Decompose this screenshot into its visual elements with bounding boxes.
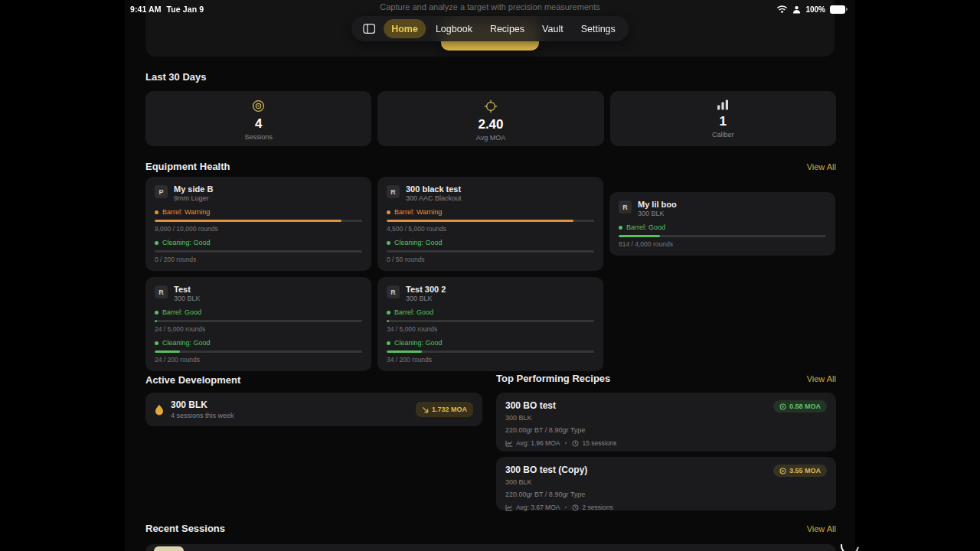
moa-badge-value: 0.58 MOA — [789, 403, 821, 410]
equipment-type-badge: R — [155, 285, 168, 298]
gauge-label-row: Cleaning: Good — [155, 239, 362, 246]
section-equipment-health: Equipment Health View All — [145, 161, 836, 172]
gauge-label: Barrel: Good — [626, 223, 665, 231]
stat-value-caliber: 1 — [720, 114, 727, 129]
equipment-name: Test — [174, 285, 201, 294]
battery-icon — [830, 5, 848, 14]
equipment-title-block: My side B 9mm Luger — [174, 184, 213, 202]
recent-session-card[interactable] — [145, 544, 836, 551]
equipment-card-test[interactable]: R Test 300 BLK Barrel: Good 24 / 5,000 r… — [145, 277, 371, 371]
status-date: Tue Jan 9 — [167, 5, 204, 14]
trend-down-icon — [422, 406, 429, 413]
equipment-card-my-lil-boo[interactable]: R My lil boo 300 BLK Barrel: Good 814 / … — [609, 192, 835, 256]
tab-settings[interactable]: Settings — [573, 19, 623, 38]
app-content: Capture and analyze a target with precis… — [125, 0, 855, 551]
recipe-sessions: 2 sessions — [582, 504, 612, 511]
status-dot — [387, 241, 390, 245]
recipe-caliber: 300 BLK — [505, 478, 827, 486]
equipment-card-my-side-b[interactable]: P My side B 9mm Luger Barrel: Warning 9,… — [145, 177, 371, 271]
recent-view-all-link[interactable]: View All — [807, 524, 836, 533]
gauge-cleaning: Cleaning: Good 0 / 50 rounds — [387, 239, 594, 263]
gauge-rounds: 24 / 200 rounds — [155, 356, 362, 364]
gauge-fill — [155, 320, 157, 322]
gauge-fill — [619, 235, 660, 237]
recipe-card-300-bo-test-copy[interactable]: 300 BO test (Copy) 3.55 MOA 300 BLK 220.… — [496, 457, 836, 510]
stat-card-sessions: 4 Sessions — [145, 91, 371, 146]
gauge-barrel: Barrel: Good 24 / 5,000 rounds — [155, 308, 362, 333]
tab-logbook[interactable]: Logbook — [428, 19, 480, 38]
avg-chart-icon — [505, 504, 513, 511]
active-recipe-name: 300 BLK — [171, 399, 234, 410]
tab-logbook-label: Logbook — [436, 24, 472, 34]
status-dot — [155, 311, 158, 315]
gauge-track — [155, 350, 362, 353]
equipment-type-badge: R — [387, 285, 400, 298]
gauge-label-row: Cleaning: Good — [387, 339, 594, 347]
tab-home-label: Home — [391, 24, 418, 34]
active-development-card[interactable]: 300 BLK 4 sessions this week 1.732 MOA — [145, 393, 482, 426]
crosshair-icon — [484, 99, 498, 113]
gauge-label-row: Barrel: Good — [155, 308, 362, 316]
gauge-label-row: Barrel: Good — [619, 223, 826, 231]
equipment-card-300-black-test[interactable]: R 300 black test 300 AAC Blackout Barrel… — [377, 177, 603, 271]
section-top-recipes: Top Performing Recipes View All — [496, 373, 836, 384]
equipment-name: 300 black test — [406, 184, 462, 194]
gauge-fill — [387, 350, 422, 353]
recipe-avg: Avg: 1.96 MOA — [516, 439, 560, 447]
recipe-name: 300 BO test — [505, 400, 556, 411]
person-icon — [792, 5, 801, 14]
battery-percent: 100% — [805, 5, 825, 14]
gauge-label-row: Barrel: Warning — [387, 208, 594, 216]
gauge-fill — [155, 350, 180, 353]
flame-icon — [155, 404, 164, 416]
status-time-date: 9:41 AM Tue Jan 9 — [130, 5, 204, 14]
stat-card-caliber: 1 Caliber — [610, 91, 836, 146]
gauge-cleaning: Cleaning: Good 34 / 200 rounds — [387, 339, 594, 364]
tab-recipes-label: Recipes — [490, 24, 524, 34]
equipment-card-header: R Test 300 2 300 BLK — [387, 285, 594, 302]
gauge-label-row: Barrel: Good — [387, 308, 594, 316]
stat-label-caliber: Caliber — [712, 131, 734, 139]
recent-sessions-title: Recent Sessions — [145, 523, 225, 534]
letterbox-left — [0, 0, 125, 551]
active-development-title: Active Development — [145, 374, 240, 386]
gauge-fill — [155, 220, 341, 222]
equipment-name: My lil boo — [638, 200, 677, 209]
gauge-label: Barrel: Warning — [394, 208, 442, 216]
equipment-view-all-link[interactable]: View All — [807, 162, 836, 171]
equipment-card-test-300-2[interactable]: R Test 300 2 300 BLK Barrel: Good 34 / 5… — [377, 277, 603, 371]
stat-card-avg-moa: 2.40 Avg MOA — [377, 91, 603, 146]
status-time: 9:41 AM — [130, 5, 162, 14]
gauge-barrel: Barrel: Warning 9,000 / 10,000 rounds — [155, 208, 362, 233]
recipe-card-300-bo-test[interactable]: 300 BO test 0.58 MOA 300 BLK 220.00gr BT… — [496, 393, 836, 452]
status-dot — [387, 341, 390, 345]
tab-vault[interactable]: Vault — [534, 19, 571, 38]
sessions-clock-icon — [572, 440, 579, 447]
gauge-track — [619, 235, 826, 237]
gauge-track — [155, 220, 362, 222]
equipment-type-badge: R — [387, 185, 400, 198]
stat-value-sessions: 4 — [255, 116, 262, 132]
gauge-label: Cleaning: Good — [162, 239, 211, 246]
gauge-track — [387, 250, 594, 253]
equipment-card-header: R My lil boo 300 BLK — [619, 200, 826, 217]
equipment-type-badge: P — [155, 185, 168, 198]
equipment-name: Test 300 2 — [406, 285, 446, 294]
gauge-rounds: 0 / 50 rounds — [387, 256, 594, 263]
equipment-card-header: R Test 300 BLK — [155, 285, 362, 302]
recipe-meta-row: Avg: 3.67 MOA 2 sessions — [505, 504, 827, 511]
meta-separator — [565, 507, 567, 508]
screen: Capture and analyze a target with precis… — [0, 0, 980, 551]
sidebar-toggle-button[interactable] — [357, 19, 381, 39]
tab-home[interactable]: Home — [384, 19, 426, 38]
gauge-rounds: 814 / 4,000 rounds — [619, 240, 826, 248]
meta-separator — [565, 442, 567, 444]
gauge-cleaning: Cleaning: Good 24 / 200 rounds — [155, 339, 362, 364]
gauge-rounds: 9,000 / 10,000 rounds — [155, 225, 362, 233]
status-dot — [155, 241, 158, 245]
tab-recipes[interactable]: Recipes — [482, 19, 532, 38]
recipes-view-all-link[interactable]: View All — [807, 374, 836, 383]
stats-row: 4 Sessions 2.40 Avg MOA 1 Caliber — [145, 91, 836, 146]
gauge-label-row: Barrel: Warning — [155, 208, 362, 216]
equipment-health-title: Equipment Health — [145, 161, 230, 172]
